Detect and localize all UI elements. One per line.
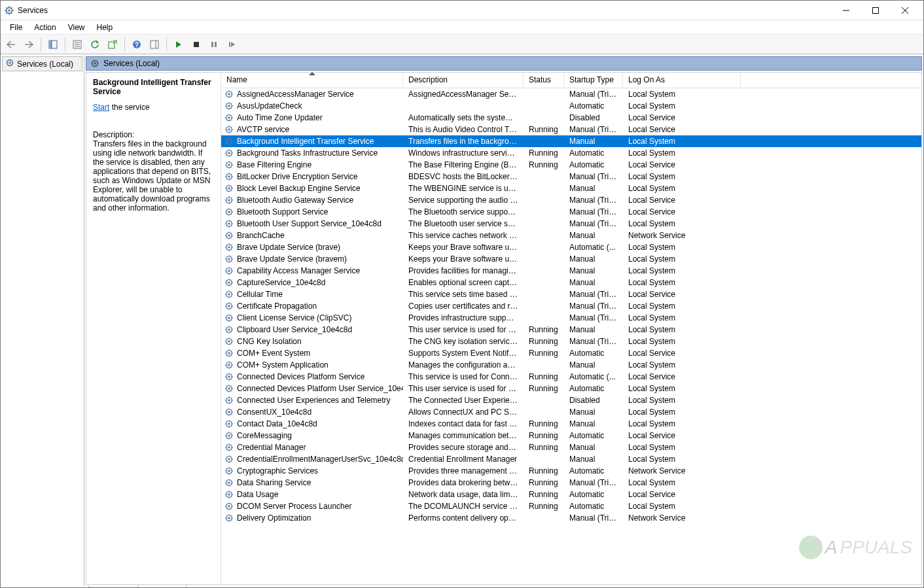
gear-icon [224,348,234,358]
service-row[interactable]: CoreMessagingManages communication betwe… [221,430,921,441]
service-name: Client License Service (ClipSVC) [237,313,351,322]
svg-point-1 [8,9,10,12]
start-service-link[interactable]: Start [93,103,109,112]
tree-services-local[interactable]: Services (Local) [2,56,82,71]
export-list-button[interactable] [105,37,120,52]
service-row[interactable]: AVCTP serviceThis is Audio Video Control… [221,124,921,135]
col-header-status[interactable]: Status [524,73,564,88]
service-status: Running [524,124,564,135]
col-header-logon[interactable]: Log On As [623,73,741,88]
service-description: Manages the configuration and ... [403,360,524,370]
service-row[interactable]: Brave Update Service (bravem)Keeps your … [221,253,921,265]
service-row[interactable]: Delivery OptimizationPerforms content de… [221,512,921,524]
service-row[interactable]: Credential ManagerProvides secure storag… [221,441,921,453]
service-row[interactable]: Bluetooth Support ServiceThe Bluetooth s… [221,206,921,218]
service-row[interactable]: Data Sharing ServiceProvides data broker… [221,477,921,489]
service-description: Provides secure storage and retri... [403,442,524,453]
service-logon: Local System [623,89,741,99]
service-name: DCOM Server Process Launcher [237,502,351,511]
tab-standard[interactable]: Standard [138,585,187,588]
start-service-button[interactable] [171,37,187,52]
svg-point-57 [228,269,230,272]
col-header-description[interactable]: Description [403,73,524,88]
service-row[interactable]: BitLocker Drive Encryption ServiceBDESVC… [221,171,921,182]
service-logon: Network Service [623,466,741,476]
services-list[interactable]: AssignedAccessManager ServiceAssignedAcc… [221,88,921,584]
gear-icon [224,171,234,182]
menu-file[interactable]: File [5,22,27,33]
service-row[interactable]: Contact Data_10e4c8dIndexes contact data… [221,418,921,430]
service-name: Credential Manager [237,443,306,452]
service-row[interactable]: Certificate PropagationCopies user certi… [221,300,921,312]
menu-action[interactable]: Action [29,22,61,33]
service-row[interactable]: CNG Key IsolationThe CNG key isolation s… [221,336,921,347]
service-row[interactable]: CredentialEnrollmentManagerUserSvc_10e4c… [221,453,921,465]
service-name: Data Usage [237,490,278,499]
gear-icon [224,112,234,123]
service-description: The Connected User Experiences... [403,395,524,406]
back-button[interactable] [3,37,19,52]
maximize-button[interactable] [861,1,890,20]
service-name: COM+ Event System [237,349,310,358]
service-row[interactable]: DCOM Server Process LauncherThe DCOMLAUN… [221,500,921,512]
pause-service-button[interactable] [206,37,222,52]
col-header-startup[interactable]: Startup Type [564,73,623,88]
service-row[interactable]: AssignedAccessManager ServiceAssignedAcc… [221,88,921,100]
service-row[interactable]: Client License Service (ClipSVC)Provides… [221,312,921,324]
tree-root-label: Services (Local) [17,60,73,69]
service-row[interactable]: Connected User Experiences and Telemetry… [221,394,921,406]
gear-icon [224,136,234,147]
service-row[interactable]: Connected Devices Platform ServiceThis s… [221,371,921,383]
service-row[interactable]: Brave Update Service (brave)Keeps your B… [221,241,921,253]
service-row[interactable]: COM+ System ApplicationManages the confi… [221,359,921,371]
svg-point-47 [228,211,230,213]
service-row[interactable]: Bluetooth User Support Service_10e4c8dTh… [221,218,921,230]
action-pane-button[interactable] [147,37,162,52]
service-description: Indexes contact data for fast con... [403,419,524,429]
service-status: Running [524,383,564,394]
service-name: Delivery Optimization [237,513,311,523]
gear-icon [224,207,234,217]
service-startup: Manual [564,419,623,429]
pane-header-label: Services (Local) [103,59,160,68]
stop-service-button[interactable] [188,37,204,52]
gear-icon [224,513,234,523]
service-row[interactable]: CaptureService_10e4c8dEnables optional s… [221,277,921,288]
properties-button[interactable] [69,37,85,52]
description-label: Description: [93,130,214,139]
service-row[interactable]: Cellular TimeThis service sets time base… [221,288,921,300]
service-row[interactable]: Connected Devices Platform User Service_… [221,383,921,394]
service-row[interactable]: Cryptographic ServicesProvides three man… [221,465,921,477]
service-row[interactable]: Background Tasks Infrastructure ServiceW… [221,147,921,159]
service-row[interactable]: COM+ Event SystemSupports System Event N… [221,347,921,359]
svg-point-85 [228,434,230,437]
service-row[interactable]: Base Filtering EngineThe Base Filtering … [221,159,921,171]
col-header-name[interactable]: Name [221,73,403,88]
forward-button[interactable] [21,37,37,52]
service-row[interactable]: BranchCacheThis service caches network c… [221,230,921,241]
service-row[interactable]: Data UsageNetwork data usage, data limit… [221,489,921,500]
svg-point-95 [228,493,230,496]
service-logon: Local System [623,383,741,394]
service-row[interactable]: Block Level Backup Engine ServiceThe WBE… [221,182,921,194]
menu-help[interactable]: Help [92,22,118,33]
service-row[interactable]: Clipboard User Service_10e4c8dThis user … [221,324,921,336]
gear-icon [224,148,234,158]
menu-view[interactable]: View [63,22,90,33]
gear-icon [224,289,234,300]
service-row[interactable]: Auto Time Zone UpdaterAutomatically sets… [221,112,921,124]
service-row[interactable]: Background Intelligent Transfer ServiceT… [221,135,921,147]
service-row[interactable]: AsusUpdateCheckAutomaticLocal System [221,100,921,112]
service-row[interactable]: ConsentUX_10e4c8dAllows ConnectUX and PC… [221,406,921,418]
svg-point-83 [228,423,230,425]
show-hide-tree-button[interactable] [45,37,61,52]
service-row[interactable]: Capability Access Manager ServiceProvide… [221,265,921,277]
help-button[interactable]: ? [129,37,145,52]
gear-icon [224,324,234,335]
minimize-button[interactable] [831,1,861,20]
refresh-button[interactable] [87,37,103,52]
close-button[interactable] [890,1,919,20]
service-row[interactable]: Bluetooth Audio Gateway ServiceService s… [221,194,921,206]
service-name: Base Filtering Engine [237,160,311,169]
restart-service-button[interactable] [224,37,240,52]
